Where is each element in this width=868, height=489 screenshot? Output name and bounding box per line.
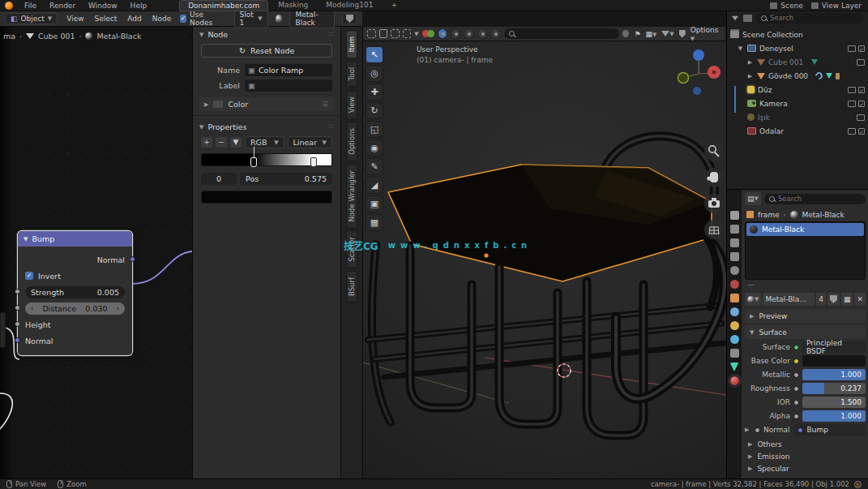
tool-move[interactable]: ✚	[366, 84, 383, 101]
outliner-row-isik[interactable]: Işık	[727, 110, 868, 124]
reset-node-button[interactable]: ↻Reset Node	[201, 44, 332, 58]
tool-transform[interactable]: ◉	[366, 139, 383, 157]
tool-annotate[interactable]: ✎	[366, 158, 383, 175]
select-mode-icon-3[interactable]	[391, 29, 400, 38]
tab-constraints-icon[interactable]	[730, 349, 739, 358]
bump-normal-row[interactable]: Normal	[18, 332, 132, 349]
tool-scale[interactable]: ◱	[366, 121, 383, 138]
color-ramp-gradient[interactable]	[201, 153, 332, 166]
select-mode-icon-4[interactable]	[403, 29, 412, 38]
brush-color-icons[interactable]	[422, 30, 434, 37]
outliner-row-odalar[interactable]: Odalar ✓	[727, 124, 868, 138]
outliner-row-duz[interactable]: Düz ✓	[727, 83, 868, 97]
roughness-slider[interactable]: 0.237	[802, 383, 866, 394]
alpha-slider[interactable]: 1.000	[802, 410, 866, 422]
new-material-button[interactable]: ▦	[841, 293, 853, 306]
shader-menu-node[interactable]: Node	[151, 15, 173, 23]
shader-menu-view[interactable]: View	[65, 15, 85, 23]
normal-output-socket[interactable]	[130, 256, 135, 262]
workspace-tab-masking[interactable]: Masking	[270, 0, 316, 11]
sidebar-tab-view[interactable]: View	[346, 90, 357, 119]
menu-file[interactable]: File	[23, 2, 38, 10]
tab-world-icon[interactable]	[730, 280, 739, 289]
users-count-button[interactable]: 4	[816, 293, 826, 306]
bump-height-row[interactable]: Height	[18, 316, 132, 332]
strength-input-socket[interactable]	[15, 289, 20, 294]
metallic-slider[interactable]: 1.000	[802, 369, 866, 380]
workspace-tab-modeling[interactable]: Modeling101	[318, 0, 381, 11]
node-name-input[interactable]: ▣Color Ramp	[245, 64, 332, 76]
menu-help[interactable]: Help	[129, 2, 149, 10]
tab-particles-icon[interactable]	[730, 321, 739, 330]
tab-render-icon[interactable]	[730, 225, 739, 234]
node-label-input[interactable]: ▣	[245, 79, 332, 92]
fake-user-button[interactable]	[342, 13, 357, 24]
stop-color-swatch[interactable]	[201, 191, 332, 204]
properties-panel-header[interactable]: ▼Properties∷	[193, 119, 340, 135]
outliner-row-scene-collection[interactable]: Scene Collection	[727, 28, 868, 41]
viewport-search[interactable]	[504, 28, 620, 39]
select-mode-icon-1[interactable]	[367, 29, 376, 38]
remove-stop-button[interactable]: −	[216, 137, 227, 148]
mode-dropdown-icon[interactable]: ▼	[414, 31, 418, 37]
ramp-stop-black[interactable]	[250, 157, 257, 167]
interpolation-dropdown[interactable]: Linear▼	[288, 136, 332, 148]
stop-position-field[interactable]: Pos0.575	[240, 173, 332, 185]
tool-add-cube[interactable]: ▣	[366, 195, 383, 212]
color-mode-dropdown[interactable]: RGB▼	[245, 136, 284, 148]
normal-input-socket[interactable]	[15, 337, 20, 343]
unlink-material-button[interactable]: ✕	[854, 293, 866, 306]
bump-strength-row[interactable]: Strength0.005	[18, 284, 132, 300]
tool-select-box[interactable]: ↖	[366, 46, 383, 63]
ramp-options-button[interactable]: ▼	[230, 137, 242, 148]
filter-icon[interactable]	[732, 15, 738, 20]
ramp-stop-white[interactable]	[310, 157, 317, 167]
fake-user-button[interactable]	[827, 293, 840, 306]
hide-viewport-toggle[interactable]	[857, 59, 865, 66]
bump-node[interactable]: ▼Bump Normal ✓Invert Strength0.005 ‹Dist…	[18, 231, 132, 355]
specular-panel-header[interactable]: ▶Specular	[745, 462, 866, 474]
filter-icon[interactable]: ▼	[661, 31, 673, 37]
hide-viewport-toggle[interactable]	[848, 87, 856, 93]
tab-tool-icon[interactable]	[730, 211, 739, 220]
select-mode-icon-2[interactable]	[379, 29, 388, 38]
options-menu[interactable]: Options ▼	[691, 26, 721, 42]
height-input-socket[interactable]	[15, 321, 20, 327]
browse-material-button[interactable]: ▼	[745, 293, 761, 306]
brush-icon-5[interactable]	[490, 28, 500, 39]
outliner-search[interactable]	[756, 13, 864, 24]
bump-node-header[interactable]: ▼Bump	[18, 231, 132, 247]
bump-invert-row[interactable]: ✓Invert	[18, 268, 132, 284]
proportional-edit-icon[interactable]	[622, 30, 629, 37]
normal-link-button[interactable]: Bump	[793, 424, 866, 435]
workspace-tab-add[interactable]: +	[383, 0, 405, 11]
snap-flag-icon[interactable]: ⚑	[634, 30, 640, 38]
base-color-swatch[interactable]	[802, 355, 866, 367]
tool-measure[interactable]: ◢	[366, 177, 383, 194]
gizmo-shield-icon[interactable]	[679, 30, 686, 38]
tab-scene-icon[interactable]	[730, 266, 739, 275]
display-mode-icon[interactable]	[743, 15, 752, 22]
use-nodes-checkbox[interactable]: ✓	[180, 15, 186, 23]
brush-icon-3[interactable]	[464, 28, 473, 39]
color-subpanel[interactable]: ▶Color☰	[199, 97, 334, 111]
sidebar-tab-options[interactable]: Options	[346, 122, 357, 161]
material-slot-selected[interactable]: Metal-Black	[746, 223, 864, 236]
emission-panel-header[interactable]: ▶Emission	[745, 450, 866, 462]
sidebar-tab-node-wrangler[interactable]: Node Wrangler	[346, 164, 357, 228]
distance-input-socket[interactable]	[15, 305, 20, 311]
blender-logo-icon[interactable]	[5, 2, 13, 10]
tab-view-layer-icon[interactable]	[730, 252, 739, 261]
surface-panel-header[interactable]: ▼Surface	[745, 325, 866, 339]
tab-output-icon[interactable]	[730, 238, 739, 247]
tab-modifiers-icon[interactable]	[730, 307, 739, 316]
outliner-row-kamera[interactable]: Kamera ✓	[727, 97, 868, 110]
view-layer-selector[interactable]: View Layer	[811, 2, 862, 10]
tab-physics-icon[interactable]	[730, 335, 739, 344]
render-toggle[interactable]: ✓	[858, 128, 865, 135]
outliner-row-govde000[interactable]: ▶ Gövde 000	[727, 69, 868, 83]
node-panel-header[interactable]: ▼Node∷	[193, 27, 340, 42]
tool-cursor[interactable]: ◎	[366, 65, 383, 82]
material-name-field[interactable]: Metal-Bla...	[763, 293, 815, 306]
use-nodes-toggle[interactable]: ✓Use Nodes	[180, 11, 220, 27]
